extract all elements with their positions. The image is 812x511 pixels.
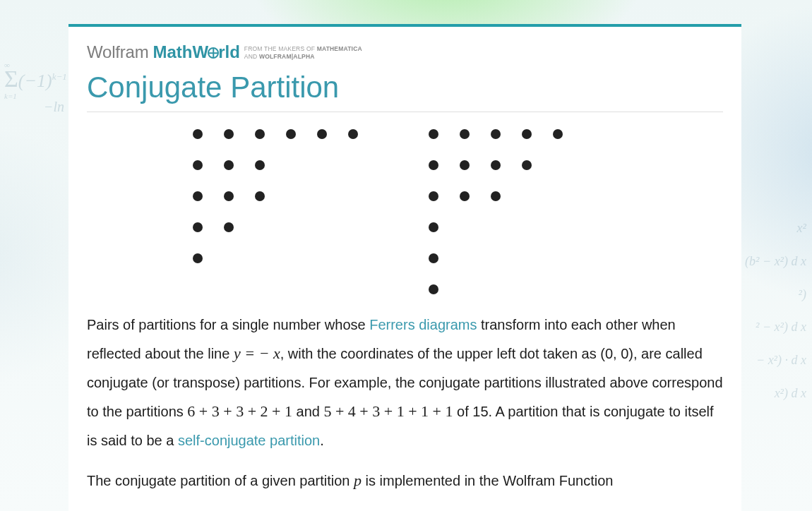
dot-icon xyxy=(193,129,203,139)
ferrers-row xyxy=(429,191,563,201)
dot-icon xyxy=(460,129,470,139)
dot-icon xyxy=(429,284,438,294)
dot-icon xyxy=(224,129,234,139)
logo-tagline: FROM THE MAKERS OF MATHEMATICA AND WOLFR… xyxy=(244,42,362,60)
link-self-conjugate-partition[interactable]: self-conjugate partition xyxy=(178,433,320,448)
ferrers-row xyxy=(429,222,563,232)
ferrers-right xyxy=(429,129,563,294)
math-y-eq-neg-x: y = − x xyxy=(234,344,280,362)
dot-icon xyxy=(429,191,438,201)
dot-icon xyxy=(522,129,532,139)
dot-icon xyxy=(553,129,563,139)
dot-icon xyxy=(193,191,203,201)
link-ferrers-diagrams[interactable]: Ferrers diagrams xyxy=(369,317,477,332)
page-title: Conjugate Partition xyxy=(87,71,723,112)
dot-icon xyxy=(429,253,438,263)
ferrers-left xyxy=(193,129,358,294)
dot-icon xyxy=(429,160,438,170)
ferrers-row xyxy=(193,191,358,201)
ferrers-row xyxy=(193,129,358,139)
math-p: p xyxy=(354,471,362,489)
dot-icon xyxy=(429,222,438,232)
globe-icon xyxy=(208,47,219,59)
dot-icon xyxy=(429,129,438,139)
dot-icon xyxy=(255,191,265,201)
dot-icon xyxy=(348,129,358,139)
dot-icon xyxy=(460,191,470,201)
dot-icon xyxy=(491,129,501,139)
ferrers-row xyxy=(193,160,358,170)
dot-icon xyxy=(193,253,203,263)
dot-icon xyxy=(193,160,203,170)
dot-icon xyxy=(317,129,327,139)
math-partition-2: 5 + 4 + 3 + 1 + 1 + 1 xyxy=(323,402,453,420)
dot-icon xyxy=(224,191,234,201)
article-page: Wolfram MathWrld FROM THE MAKERS OF MATH… xyxy=(68,24,741,511)
dot-icon xyxy=(491,160,501,170)
dot-icon xyxy=(224,222,234,232)
ferrers-row xyxy=(429,160,563,170)
article-body: Pairs of partitions for a single number … xyxy=(87,311,723,496)
dot-icon xyxy=(460,160,470,170)
math-partition-1: 6 + 3 + 3 + 2 + 1 xyxy=(187,402,292,420)
ferrers-row xyxy=(193,253,358,263)
logo-wolfram-text: Wolfram xyxy=(87,42,149,62)
dot-icon xyxy=(255,129,265,139)
dot-icon xyxy=(522,160,532,170)
dot-icon xyxy=(286,129,296,139)
dot-icon xyxy=(193,222,203,232)
site-logo[interactable]: Wolfram MathWrld FROM THE MAKERS OF MATH… xyxy=(87,42,723,62)
ferrers-row xyxy=(193,222,358,232)
logo-mathworld-text: MathWrld xyxy=(153,42,240,62)
ferrers-row xyxy=(429,284,563,294)
ferrers-row xyxy=(429,253,563,263)
ferrers-row xyxy=(429,129,563,139)
paragraph-1: Pairs of partitions for a single number … xyxy=(87,311,723,455)
dot-icon xyxy=(224,160,234,170)
dot-icon xyxy=(255,160,265,170)
ferrers-diagrams xyxy=(87,112,723,311)
dot-icon xyxy=(491,191,501,201)
paragraph-2: The conjugate partition of a given parti… xyxy=(87,466,723,496)
